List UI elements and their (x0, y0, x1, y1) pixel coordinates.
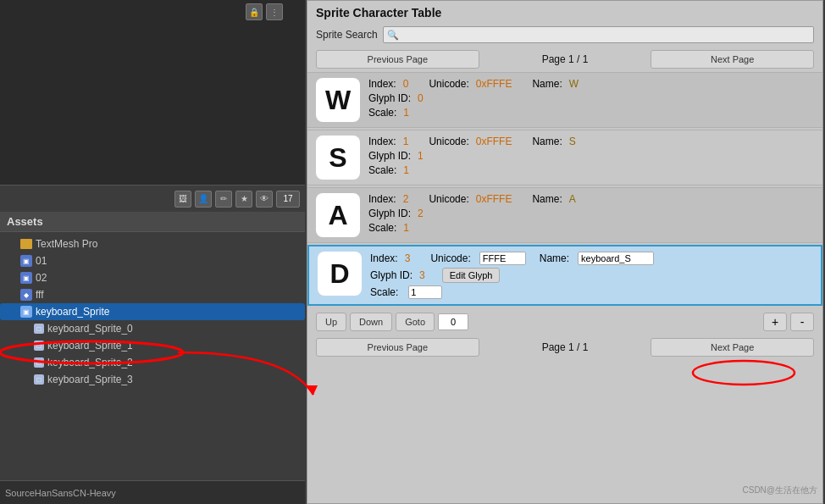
asset-item-keyboard-sprite-3[interactable]: □ keyboard_Sprite_3 (0, 371, 305, 388)
left-panel: 🔒 ⋮ 🖼 👤 ✏ ★ 👁 17 Assets TextMesh Pro ▣ 0… (0, 0, 305, 504)
glyphid-label: Glyph ID: (370, 269, 412, 281)
search-icon: 🔍 (387, 30, 399, 41)
eye-icon[interactable]: 👁 (256, 191, 273, 208)
name-label: Name: (532, 78, 562, 90)
info-row-3: Scale: 1 (368, 222, 576, 234)
unicode-input[interactable] (479, 252, 526, 265)
plus-button[interactable]: + (763, 313, 787, 331)
name-label: Name: (540, 252, 569, 264)
asset-item-keyboard-sprite-1[interactable]: □ keyboard_Sprite_1 (0, 337, 305, 354)
asset-label: fff (36, 289, 44, 301)
index-value: 2 (403, 193, 409, 205)
star-icon[interactable]: ★ (235, 191, 252, 208)
info-row-2: Glyph ID: 2 (368, 208, 576, 219)
asset-item-02[interactable]: ▣ 02 (0, 269, 305, 286)
panel-controls: 🔒 ⋮ (246, 3, 283, 20)
scale-input[interactable] (408, 285, 442, 299)
badge-count[interactable]: 17 (276, 191, 300, 208)
scale-label: Scale: (368, 164, 396, 176)
search-label: Sprite Search (316, 29, 378, 41)
person-icon[interactable]: 👤 (195, 191, 212, 208)
menu-icon[interactable]: ⋮ (266, 3, 283, 20)
asset-item-keyboard-sprite-2[interactable]: □ keyboard_Sprite_2 (0, 354, 305, 371)
glyphid-value: 3 (419, 269, 425, 281)
assets-header: Assets (0, 212, 305, 232)
unicode-label: Unicode: (429, 136, 468, 147)
assets-panel: Assets TextMesh Pro ▣ 01 ▣ 02 ◆ fff ▣ ke… (0, 212, 305, 504)
asset-item-keyboard-sprite-0[interactable]: □ keyboard_Sprite_0 (0, 320, 305, 337)
bottom-prev-page-button[interactable]: Previous Page (316, 338, 479, 357)
unicode-label: Unicode: (430, 252, 470, 264)
name-input[interactable] (578, 252, 654, 265)
asset-label: keyboard_Sprite (36, 306, 109, 318)
name-value: W (569, 78, 579, 90)
info-row-1: Index: 2 Unicode: 0xFFFE Name: A (368, 193, 576, 205)
unicode-label: Unicode: (429, 78, 468, 90)
up-button[interactable]: Up (316, 313, 346, 331)
info-row-2: Glyph ID: 0 (368, 92, 579, 104)
sub-sprite-icon: □ (34, 324, 44, 334)
glyph-info-d: Index: 3 Unicode: Name: Glyph ID: 3 Edit… (370, 252, 812, 299)
lock-icon[interactable]: 🔒 (246, 3, 263, 20)
bottom-page-info: Page 1 / 1 (484, 341, 646, 353)
glyph-preview-d: D (318, 252, 362, 296)
info-row-2: Glyph ID: 3 Edit Glyph (370, 268, 812, 283)
image-icon[interactable]: 🖼 (174, 191, 191, 208)
name-label: Name: (532, 193, 562, 205)
asset-label: TextMesh Pro (36, 238, 97, 250)
glyphid-label: Glyph ID: (368, 92, 411, 104)
goto-button[interactable]: Goto (396, 313, 435, 331)
scale-value: 1 (403, 222, 409, 234)
index-label: Index: (370, 252, 398, 264)
watermark: CSDN@生活在他方 (743, 485, 818, 496)
scale-label: Scale: (368, 222, 396, 234)
asset-label: keyboard_Sprite_2 (47, 357, 133, 368)
search-input-wrapper[interactable]: 🔍 (383, 26, 814, 43)
index-value: 1 (403, 136, 409, 147)
glyphid-label: Glyph ID: (368, 208, 411, 219)
minus-button[interactable]: - (790, 313, 814, 331)
scale-label: Scale: (368, 107, 396, 119)
edit-glyph-button[interactable]: Edit Glyph (442, 268, 501, 283)
asset-label: 01 (36, 255, 47, 267)
sub-sprite-icon: □ (34, 341, 44, 351)
next-page-button[interactable]: Next Page (651, 50, 814, 69)
name-label: Name: (532, 136, 562, 147)
bottom-nav-row: Up Down Goto + - (307, 309, 822, 335)
glyphid-label: Glyph ID: (368, 150, 411, 162)
unicode-value: 0xFFFE (476, 193, 512, 205)
index-label: Index: (368, 78, 396, 90)
bottom-next-page-button[interactable]: Next Page (651, 338, 814, 357)
scale-value: 1 (403, 107, 409, 119)
asset-label: keyboard_Sprite_0 (47, 323, 133, 335)
glyphid-value: 0 (418, 92, 424, 104)
scale-label: Scale: (370, 286, 398, 298)
asset-item-01[interactable]: ▣ 01 (0, 252, 305, 269)
folder-icon (20, 239, 32, 249)
asset-label: 02 (36, 272, 47, 284)
asset-item-fff[interactable]: ◆ fff (0, 286, 305, 303)
asset-label: keyboard_Sprite_1 (47, 340, 133, 352)
unicode-value: 0xFFFE (476, 78, 512, 90)
scene-view: 🔒 ⋮ 🖼 👤 ✏ ★ 👁 17 (0, 0, 305, 212)
prev-page-button[interactable]: Previous Page (316, 50, 479, 69)
asset-item-textmeshpro[interactable]: TextMesh Pro (0, 235, 305, 252)
index-value: 0 (403, 78, 409, 90)
glyph-entry-s: S Index: 1 Unicode: 0xFFFE Name: S Glyph… (307, 130, 822, 186)
asset-label: keyboard_Sprite_3 (47, 374, 133, 385)
info-row-1: Index: 1 Unicode: 0xFFFE Name: S (368, 136, 576, 147)
sprite-icon: ◆ (20, 289, 32, 301)
glyph-preview-a: A (316, 193, 360, 237)
info-row-3: Scale: 1 (368, 164, 576, 176)
bottom-page-nav: Previous Page Page 1 / 1 Next Page (307, 335, 822, 360)
glyph-info-w: Index: 0 Unicode: 0xFFFE Name: W Glyph I… (368, 78, 579, 119)
brush-icon[interactable]: ✏ (215, 191, 232, 208)
glyph-preview-w: W (316, 78, 360, 122)
page-info: Page 1 / 1 (484, 53, 646, 65)
sprite-character-table: Sprite Character Table Sprite Search 🔍 P… (307, 0, 823, 504)
info-row-2: Glyph ID: 1 (368, 150, 576, 162)
down-button[interactable]: Down (350, 313, 392, 331)
asset-item-keyboard-sprite[interactable]: ▣ keyboard_Sprite (0, 303, 305, 320)
glyph-info-a: Index: 2 Unicode: 0xFFFE Name: A Glyph I… (368, 193, 576, 234)
goto-input[interactable] (438, 313, 468, 330)
